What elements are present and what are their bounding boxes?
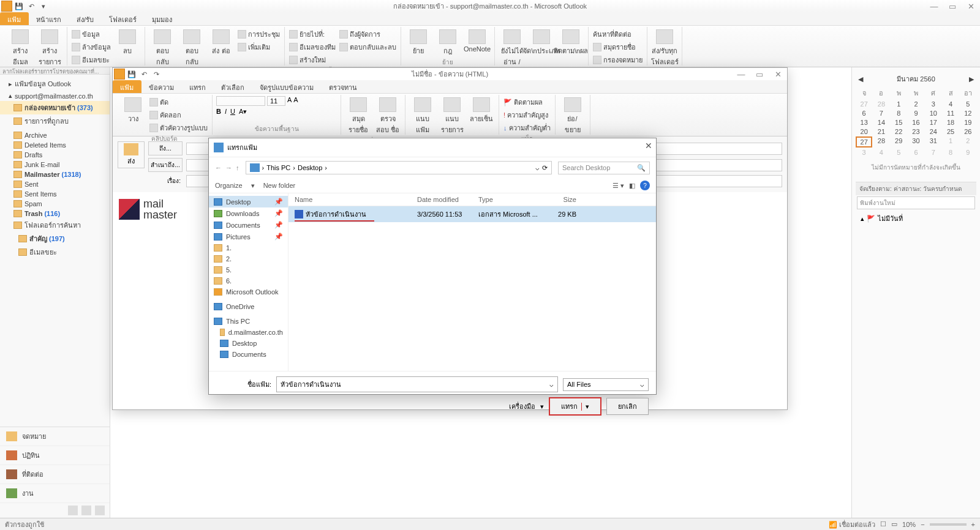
side-downloads[interactable]: Downloads📌: [209, 207, 288, 219]
bold-button[interactable]: B: [216, 108, 221, 116]
maximize-button[interactable]: ▭: [943, 1, 962, 12]
compose-maximize-button[interactable]: ▭: [750, 69, 769, 80]
sent-items-folder[interactable]: Sent Items: [0, 189, 110, 199]
grow-font-icon[interactable]: A: [287, 96, 292, 106]
insert-button[interactable]: แทรก▾: [549, 397, 601, 416]
quickstep-move[interactable]: ย้ายไปที่:: [288, 28, 336, 40]
refresh-icon[interactable]: ⟳: [542, 164, 548, 172]
breadcrumb[interactable]: ›This PC ›Desktop › ⌵⟳: [246, 161, 552, 174]
address-book-button2[interactable]: สมุด รายชื่อ: [345, 96, 372, 136]
nav-forward-icon[interactable]: →: [225, 164, 232, 171]
side-outlook[interactable]: Microsoft Outlook: [209, 286, 288, 297]
ignore-button[interactable]: ข้อมูล: [71, 28, 111, 40]
tab-folder[interactable]: โฟลเดอร์: [102, 12, 145, 25]
nav-back-icon[interactable]: ←: [215, 164, 222, 171]
format-painter-button[interactable]: ตัวคัดวางรูปแบบ: [149, 122, 208, 134]
tab-sendrecv[interactable]: ส่ง/รับ: [69, 12, 102, 25]
attach-file-button[interactable]: แนบ แฟ้ม: [409, 96, 436, 136]
side-thispc[interactable]: This PC: [209, 316, 288, 327]
side-documents2[interactable]: Documents: [209, 349, 288, 360]
tasks-arrange-by[interactable]: จัดเรียงตาม: ค่าสถานะ: วันครบกำหนด: [856, 182, 976, 195]
new-items-button[interactable]: สร้าง รายการ: [36, 28, 63, 69]
calendar-grid[interactable]: จอพพศสอา27281234567891011121314151617181…: [856, 87, 976, 157]
side-folder-2[interactable]: 2.: [209, 253, 288, 264]
compose-redo-icon[interactable]: ↷: [151, 69, 162, 80]
filter-button[interactable]: กรองจดหมาย: [592, 54, 643, 66]
side-folder-6[interactable]: 6.: [209, 275, 288, 286]
nav-shortcuts-icon[interactable]: [95, 506, 105, 515]
compose-tab-options[interactable]: ตัวเลือก: [214, 80, 252, 93]
filetype-select[interactable]: All Files⌵: [563, 378, 649, 391]
paste-button[interactable]: วาง: [119, 96, 146, 125]
rules-button[interactable]: กฎ: [434, 28, 461, 58]
side-folder-1[interactable]: 1.: [209, 242, 288, 253]
compose-tab-message[interactable]: ข้อความ: [141, 80, 182, 93]
calendar-prev-icon[interactable]: ◀: [858, 75, 863, 83]
view-normal-icon[interactable]: ☐: [880, 520, 886, 528]
important-folder[interactable]: สำคัญ (197): [0, 232, 110, 245]
nav-contacts-button[interactable]: ที่ติดต่อ: [0, 465, 110, 484]
compose-tab-insert[interactable]: แทรก: [182, 80, 214, 93]
more-forward-button[interactable]: เพิ่มเติม: [237, 41, 281, 53]
cc-button[interactable]: สำเนาถึง...: [148, 158, 183, 172]
side-folder-5[interactable]: 5.: [209, 264, 288, 275]
move-button[interactable]: ย้าย: [405, 28, 432, 58]
check-names-button[interactable]: ตรวจสอบ ชื่อ: [374, 96, 401, 136]
calendar-next-icon[interactable]: ▶: [969, 75, 974, 83]
to-button[interactable]: ถึง...: [148, 141, 183, 155]
nav-calendar-button[interactable]: ปฏิทิน: [0, 446, 110, 465]
junk-button[interactable]: อีเมลขยะ: [71, 54, 111, 66]
side-desktop[interactable]: Desktop📌: [209, 196, 288, 207]
account-node[interactable]: ▴ support@mailmaster.co.th: [0, 91, 110, 101]
junkmail-folder[interactable]: อีเมลขยะ: [0, 245, 110, 259]
nav-up-icon[interactable]: ↑: [236, 164, 239, 171]
compose-undo-icon[interactable]: ↶: [138, 69, 149, 80]
send-receive-button[interactable]: ส่ง/รับทุก โฟลเดอร์: [651, 28, 678, 69]
categorize-button[interactable]: จัด\nประเภท: [528, 28, 555, 58]
preview-pane-icon[interactable]: ◧: [629, 182, 635, 190]
side-onedrive[interactable]: OneDrive: [209, 301, 288, 312]
spam-folder[interactable]: Spam: [0, 199, 110, 209]
trash-folder[interactable]: Trash (116): [0, 209, 110, 218]
organize-button[interactable]: Organize: [215, 182, 243, 189]
junk-folder[interactable]: Junk E-mail: [0, 160, 110, 170]
side-dmail[interactable]: d.mailmaster.co.th: [209, 327, 288, 338]
cancel-button[interactable]: ยกเลิก: [606, 398, 649, 415]
sent-folder[interactable]: Sent: [0, 179, 110, 189]
new-folder-button[interactable]: New folder: [263, 182, 296, 189]
forward-button[interactable]: ส่ง ต่อ: [208, 28, 235, 58]
side-documents[interactable]: Documents📌: [209, 219, 288, 231]
filename-input[interactable]: หัวข้อการดำเนินงาน⌵: [276, 376, 558, 392]
address-book-button[interactable]: สมุดรายชื่อ: [592, 41, 643, 53]
cut-button[interactable]: ตัด: [149, 96, 208, 108]
view-options-icon[interactable]: ☰ ▾: [612, 182, 624, 190]
reply-button[interactable]: ตอบ กลับ: [149, 28, 176, 69]
side-desktop2[interactable]: Desktop: [209, 338, 288, 349]
qat-save-icon[interactable]: 💾: [13, 1, 24, 12]
view-reading-icon[interactable]: ▭: [891, 520, 897, 528]
zoom-out-icon[interactable]: −: [921, 521, 924, 528]
qat-dropdown-icon[interactable]: ▾: [38, 1, 49, 12]
send-button[interactable]: ส่ง: [118, 141, 145, 168]
font-color-button[interactable]: A▾: [239, 108, 247, 116]
archive-folder[interactable]: Archive: [0, 130, 110, 140]
col-date[interactable]: Date modified: [417, 196, 478, 203]
dialog-close-button[interactable]: ✕: [645, 141, 652, 151]
qat-undo-icon[interactable]: ↶: [26, 1, 37, 12]
follow-up-button[interactable]: 🚩ติดตามผล: [503, 96, 551, 108]
font-family-select[interactable]: [216, 96, 265, 106]
high-importance-button[interactable]: !ความสำคัญสูง: [503, 109, 551, 121]
minimize-button[interactable]: —: [925, 1, 943, 12]
inbox-folder[interactable]: กล่องจดหมายเข้า (373): [0, 101, 110, 114]
compose-tab-format[interactable]: จัดรูปแบบข้อความ: [252, 80, 322, 93]
low-importance-button[interactable]: ↓ความสำคัญต่ำ: [503, 122, 551, 134]
favorites-header[interactable]: ▸ แฟ้มข้อมูล Outlook: [0, 77, 110, 91]
nav-folders-icon[interactable]: [81, 506, 91, 515]
tab-home[interactable]: หน้าแรก: [29, 12, 69, 25]
compose-minimize-button[interactable]: —: [732, 69, 750, 80]
underline-button[interactable]: U: [230, 108, 235, 116]
cleanup-button[interactable]: ล้างข้อมูล: [71, 41, 111, 53]
quickstep-done[interactable]: สร้างใหม่: [288, 54, 336, 66]
deleted-items-folder[interactable]: รายการที่ถูกลบ: [0, 114, 110, 128]
tab-view[interactable]: มุมมอง: [145, 12, 180, 25]
